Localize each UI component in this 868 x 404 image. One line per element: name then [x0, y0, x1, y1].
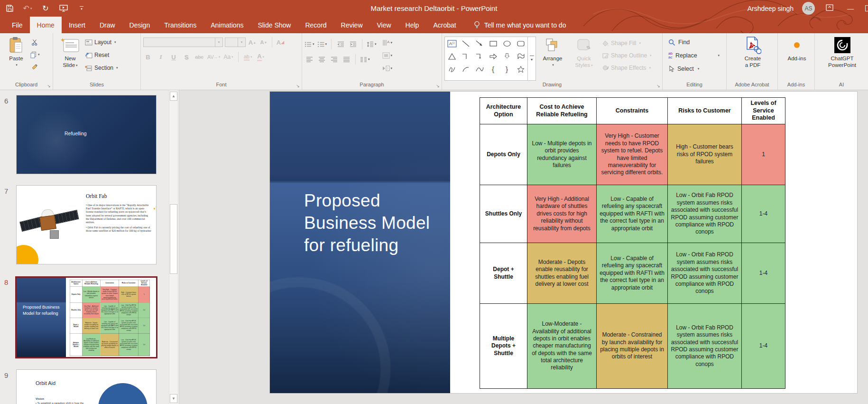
numbering-button[interactable]: ▾ — [317, 39, 327, 49]
tab-record[interactable]: Record — [298, 17, 333, 33]
tab-review[interactable]: Review — [334, 17, 370, 33]
table-cell[interactable]: Low - Multiple depots in orbit provides … — [527, 124, 597, 185]
font-dialog-launcher[interactable]: ↘ — [295, 83, 301, 89]
shape-fill-button[interactable]: Shape Fill▾ — [602, 38, 652, 48]
tab-design[interactable]: Design — [122, 17, 157, 33]
ribbon-display-options-button[interactable] — [823, 4, 836, 12]
account-avatar[interactable]: AS — [802, 2, 815, 15]
tell-me-box[interactable]: Tell me what you want to do — [474, 17, 566, 33]
shape-arc-button[interactable] — [459, 63, 472, 75]
shape-textbox-button[interactable]: A — [445, 37, 459, 50]
bold-button[interactable]: B — [143, 52, 153, 62]
align-text-button[interactable]: ▾ — [382, 50, 393, 61]
tab-animations[interactable]: Animations — [203, 17, 250, 33]
tab-slide-show[interactable]: Slide Show — [250, 17, 298, 33]
align-right-button[interactable] — [329, 54, 339, 65]
justify-button[interactable] — [342, 54, 351, 65]
chatgpt-button[interactable]: ChatGPT PowerPoint — [821, 35, 864, 81]
section-button[interactable]: Section▾ — [85, 62, 118, 74]
select-button[interactable]: Select ▾ — [668, 63, 725, 75]
replace-button[interactable]: ab ac Replace ▾ — [668, 49, 720, 62]
table-cell[interactable]: 1 — [742, 124, 785, 185]
tab-transitions[interactable]: Transitions — [157, 17, 203, 33]
format-painter-button[interactable] — [30, 62, 40, 72]
find-button[interactable]: Find — [668, 36, 725, 48]
cut-button[interactable] — [30, 37, 40, 47]
font-color-button[interactable]: A▾ — [256, 52, 266, 62]
tab-insert[interactable]: Insert — [62, 17, 92, 33]
shape-freeform-button[interactable] — [514, 50, 527, 63]
addins-button[interactable]: Add-ins — [781, 35, 813, 81]
drawing-dialog-launcher[interactable]: ↘ — [656, 83, 661, 89]
columns-button[interactable]: ▾ — [360, 54, 370, 65]
paragraph-dialog-launcher[interactable]: ↘ — [435, 83, 441, 89]
scroll-down-button[interactable]: ▼ — [170, 394, 177, 403]
scroll-up-button[interactable]: ▲ — [170, 92, 177, 101]
slide-6-thumbnail[interactable]: Refuelling — [16, 95, 157, 174]
table-cell[interactable]: Low - Orbit Fab RPOD system assumes risk… — [668, 304, 742, 389]
copy-button[interactable]: ▾ — [30, 49, 40, 60]
quick-styles-button[interactable]: Quick Styles▾ — [569, 35, 599, 81]
table-cell[interactable]: Low-Moderate - Availability of additiona… — [527, 304, 597, 389]
tab-help[interactable]: Help — [398, 17, 426, 33]
shape-oval-button[interactable] — [500, 37, 514, 50]
shape-elbow-arrow-connector-button[interactable] — [472, 50, 486, 63]
shape-curve-button[interactable] — [472, 63, 486, 75]
table-header-cell[interactable]: Risks to Customer — [668, 98, 742, 124]
table-cell[interactable]: Very High - Additional hardware of shutt… — [527, 185, 597, 243]
italic-button[interactable]: I — [156, 52, 166, 62]
table-cell[interactable]: Moderate - Constrained by launch availab… — [597, 304, 668, 389]
decrease-indent-button[interactable] — [336, 39, 345, 49]
shape-scribble-button[interactable] — [445, 63, 459, 75]
underline-button[interactable]: U — [169, 52, 178, 62]
shape-star-button[interactable] — [514, 63, 527, 75]
slide-table[interactable]: Architecture OptionCost to Achieve Relia… — [480, 97, 785, 389]
tab-acrobat[interactable]: Acrobat — [426, 17, 463, 33]
table-cell[interactable]: Multiple Depots + Shuttle — [480, 304, 527, 389]
convert-to-smartart-button[interactable]: ▾ — [382, 63, 393, 74]
strikethrough-button[interactable]: abc — [194, 52, 204, 62]
minimize-button[interactable]: — — [844, 5, 857, 12]
paste-button[interactable]: Paste ▾ — [2, 35, 30, 81]
line-spacing-button[interactable]: ▾ — [367, 39, 377, 49]
shape-line-button[interactable] — [459, 37, 472, 50]
scrollbar-thumb[interactable] — [170, 204, 177, 274]
clear-formatting-button[interactable]: A◢ — [276, 37, 285, 47]
slide-8-thumbnail-selected[interactable]: Proposed Business Model for refueling Ar… — [15, 276, 157, 358]
tab-file[interactable]: File — [5, 17, 30, 33]
table-cell[interactable]: Very High - Customer needs to have RPOD … — [597, 124, 668, 185]
thumbnail-scrollbar[interactable]: ▲ ▼ — [169, 90, 177, 404]
table-cell[interactable]: High - Customer bears risks of RPOD syst… — [668, 124, 742, 185]
shrink-font-button[interactable]: A▼ — [259, 37, 268, 47]
font-name-combo[interactable]: ▾ — [143, 38, 223, 47]
text-shadow-button[interactable]: S — [182, 52, 191, 62]
align-left-button[interactable] — [305, 54, 314, 65]
shape-effects-button[interactable]: Shape Effects▾ — [602, 63, 652, 73]
clipboard-dialog-launcher[interactable]: ↘ — [46, 83, 52, 89]
text-direction-button[interactable]: A▾ — [382, 38, 393, 48]
table-header-cell[interactable]: Constraints — [597, 98, 668, 124]
grow-font-button[interactable]: A▲ — [248, 37, 257, 47]
shape-down-arrow-button[interactable] — [500, 50, 514, 63]
increase-indent-button[interactable] — [348, 39, 358, 49]
bullets-button[interactable]: ▾ — [305, 39, 314, 49]
arrange-button[interactable]: Arrange ▾ — [538, 35, 567, 81]
character-spacing-button[interactable]: AV↔▾ — [207, 52, 220, 62]
table-cell[interactable]: Shuttles Only — [480, 185, 527, 243]
table-cell[interactable]: Low - Capable of refueling any spacecraf… — [597, 243, 668, 304]
table-cell[interactable]: 1-4 — [742, 243, 785, 304]
table-header-cell[interactable]: Levels of Service Enabled — [742, 98, 785, 124]
highlight-color-button[interactable]: ab▾ — [243, 52, 253, 62]
font-size-combo[interactable]: ▾ — [225, 38, 246, 47]
shape-outline-button[interactable]: Shape Outline▾ — [602, 51, 652, 60]
shape-rectangle-button[interactable] — [486, 37, 500, 50]
table-cell[interactable]: Moderate - Depots enable reusability for… — [527, 243, 597, 304]
table-cell[interactable]: Low - Orbit Fab RPOD system assumes risk… — [668, 243, 742, 304]
tab-home[interactable]: Home — [30, 17, 62, 33]
slide-9-thumbnail[interactable]: Orbit Aid Vision • To establish a paradi… — [16, 369, 157, 404]
reset-button[interactable]: Reset — [85, 49, 118, 61]
table-cell[interactable]: Depots Only — [480, 124, 527, 185]
shape-right-arrow-button[interactable] — [486, 50, 500, 63]
slide-7-thumbnail[interactable]: Orbit Fab • One of its major innovations… — [16, 185, 157, 264]
table-header-cell[interactable]: Architecture Option — [480, 98, 527, 124]
